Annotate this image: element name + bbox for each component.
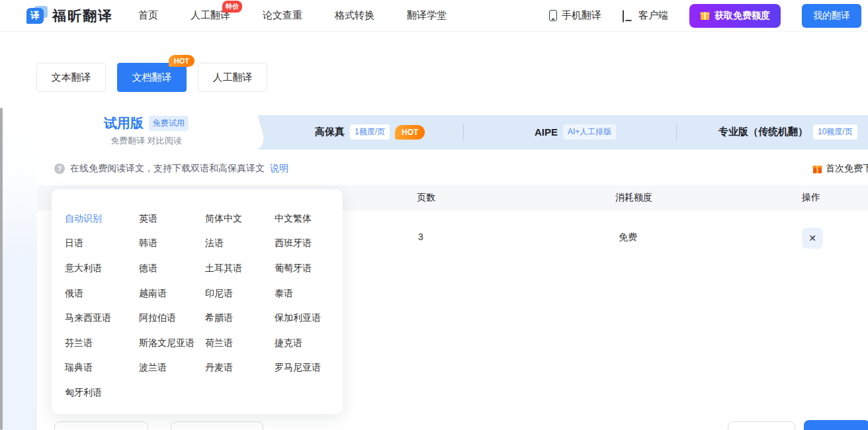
language-dropdown-panel: 自动识别 英语 简体中文 中文繁体 日语 韩语 法语 西班牙语 意大利语 德语 … bbox=[52, 189, 343, 414]
tab-human-translate[interactable]: 人工翻译 bbox=[198, 63, 267, 92]
hot-badge: HOT bbox=[395, 125, 425, 140]
nav-item-human-translate[interactable]: 人工翻译 特价 bbox=[191, 9, 230, 22]
language-option[interactable]: 马来西亚语 bbox=[65, 312, 139, 324]
gift-icon bbox=[812, 164, 822, 174]
nav-actions: 手机翻译 客户端 获取免费额度 我的翻译 bbox=[549, 4, 863, 28]
language-option[interactable]: 罗马尼亚语 bbox=[275, 362, 321, 374]
target-language-select[interactable] bbox=[171, 421, 263, 430]
language-row: 意大利语 德语 土耳其语 葡萄牙语 bbox=[65, 256, 343, 281]
language-option[interactable]: 法语 bbox=[205, 237, 275, 249]
cell-quota: 免费 bbox=[619, 232, 637, 243]
language-option[interactable]: 捷克语 bbox=[275, 337, 302, 349]
info-bar: ? 在线免费阅读译文，支持下载双语和高保真译文 说明 bbox=[54, 163, 288, 175]
mode-tabs: 文本翻译 文档翻译 HOT 人工翻译 bbox=[36, 63, 267, 92]
tab-document-translate[interactable]: 文档翻译 HOT bbox=[117, 63, 187, 92]
plan-hifi-title: 高保真 bbox=[315, 126, 345, 138]
info-explain-link[interactable]: 说明 bbox=[270, 163, 288, 175]
main-menu: 首页 人工翻译 特价 论文查重 格式转换 翻译学堂 bbox=[138, 9, 447, 22]
language-option[interactable]: 斯洛文尼亚语 bbox=[139, 337, 205, 349]
plan-trial-subtitle: 免费翻译 对比阅读 bbox=[37, 135, 255, 147]
plan-tab-hifi[interactable]: 高保真 1额度/页 HOT bbox=[315, 124, 425, 140]
language-option[interactable]: 匈牙利语 bbox=[65, 387, 139, 399]
left-scrollbar[interactable] bbox=[0, 108, 3, 430]
language-option[interactable]: 希腊语 bbox=[205, 312, 275, 324]
special-price-badge: 特价 bbox=[222, 1, 242, 13]
plan-pro-title: 专业版（传统机翻） bbox=[718, 126, 808, 138]
language-option[interactable]: 越南语 bbox=[139, 288, 205, 300]
remove-file-button[interactable]: ✕ bbox=[802, 228, 823, 249]
language-option[interactable]: 阿拉伯语 bbox=[139, 312, 205, 324]
column-header-action: 操作 bbox=[802, 192, 820, 204]
plan-trial-title: 试用版 bbox=[104, 114, 144, 132]
plan-tab-pro[interactable]: 专业版（传统机翻） 10额度/页 bbox=[718, 124, 857, 140]
language-option[interactable]: 葡萄牙语 bbox=[275, 263, 312, 275]
nav-item-format-convert[interactable]: 格式转换 bbox=[335, 9, 374, 22]
language-option[interactable]: 韩语 bbox=[139, 237, 205, 249]
plan-divider bbox=[676, 124, 677, 141]
help-icon[interactable]: ? bbox=[54, 163, 65, 174]
plan-aipe-title: AIPE bbox=[535, 126, 558, 138]
language-option[interactable]: 丹麦语 bbox=[205, 362, 275, 374]
language-option[interactable]: 日语 bbox=[65, 237, 139, 249]
plan-aipe-badge: AI+人工排版 bbox=[563, 124, 616, 140]
top-nav: 译 福昕翻译 首页 人工翻译 特价 论文查重 格式转换 翻译学堂 手机翻译 客户… bbox=[0, 0, 868, 32]
phone-icon bbox=[549, 10, 557, 21]
language-option[interactable]: 芬兰语 bbox=[65, 337, 139, 349]
language-option[interactable]: 英语 bbox=[139, 213, 205, 225]
language-option[interactable]: 西班牙语 bbox=[275, 237, 312, 249]
source-language-select[interactable] bbox=[54, 421, 148, 430]
hot-badge: HOT bbox=[169, 55, 195, 67]
translate-page: 译 福昕翻译 首页 人工翻译 特价 论文查重 格式转换 翻译学堂 手机翻译 客户… bbox=[0, 0, 868, 430]
page-left-gutter bbox=[3, 110, 37, 430]
desktop-client-link[interactable]: 客户端 bbox=[623, 9, 668, 22]
language-option[interactable]: 俄语 bbox=[65, 288, 139, 300]
language-option[interactable]: 保加利亚语 bbox=[275, 312, 321, 324]
info-text: 在线免费阅读译文，支持下载双语和高保真译文 bbox=[70, 163, 265, 175]
language-row: 芬兰语 斯洛文尼亚语 荷兰语 捷克语 bbox=[65, 331, 343, 356]
language-option[interactable]: 泰语 bbox=[275, 288, 293, 300]
language-option[interactable]: 波兰语 bbox=[139, 362, 205, 374]
language-option[interactable]: 中文繁体 bbox=[275, 213, 312, 225]
column-header-pages: 页数 bbox=[417, 192, 435, 204]
close-icon: ✕ bbox=[808, 233, 816, 243]
language-option[interactable]: 印尼语 bbox=[205, 288, 275, 300]
column-header-quota: 消耗额度 bbox=[615, 192, 652, 204]
plan-divider bbox=[463, 124, 464, 141]
language-row: 瑞典语 波兰语 丹麦语 罗马尼亚语 bbox=[65, 356, 343, 381]
plan-hifi-price-badge: 1额度/页 bbox=[350, 124, 390, 140]
first-free-download-promo[interactable]: 首次免费下 bbox=[812, 163, 868, 175]
nav-item-home[interactable]: 首页 bbox=[138, 9, 158, 22]
brand-logo-icon: 译 bbox=[26, 6, 46, 26]
nav-item-paper-check[interactable]: 论文查重 bbox=[263, 9, 302, 22]
get-free-quota-button[interactable]: 获取免费额度 bbox=[689, 4, 781, 28]
language-option[interactable]: 荷兰语 bbox=[205, 337, 275, 349]
language-row: 俄语 越南语 印尼语 泰语 bbox=[65, 281, 343, 306]
language-row: 马来西亚语 阿拉伯语 希腊语 保加利亚语 bbox=[65, 306, 343, 331]
language-option[interactable]: 德语 bbox=[139, 263, 205, 275]
language-option[interactable]: 瑞典语 bbox=[65, 362, 139, 374]
mobile-translate-link[interactable]: 手机翻译 bbox=[549, 9, 601, 22]
monitor-icon bbox=[623, 11, 634, 21]
plan-trial-header[interactable]: 试用版 免费试用 免费翻译 对比阅读 bbox=[37, 114, 255, 147]
secondary-action-button[interactable] bbox=[728, 421, 795, 430]
language-row: 匈牙利语 bbox=[65, 380, 343, 406]
gift-icon bbox=[700, 11, 710, 21]
translate-button[interactable] bbox=[804, 420, 868, 430]
my-translations-button[interactable]: 我的翻译 bbox=[802, 4, 861, 28]
language-option[interactable]: 土耳其语 bbox=[205, 263, 275, 275]
language-option[interactable]: 意大利语 bbox=[65, 263, 139, 275]
cell-pages: 3 bbox=[418, 232, 423, 242]
brand-name: 福昕翻译 bbox=[52, 7, 113, 25]
language-option[interactable]: 简体中文 bbox=[205, 213, 275, 225]
brand-logo[interactable]: 译 福昕翻译 bbox=[26, 6, 113, 26]
plan-trial-badge: 免费试用 bbox=[149, 116, 189, 131]
language-row: 日语 韩语 法语 西班牙语 bbox=[65, 232, 343, 257]
language-option-auto[interactable]: 自动识别 bbox=[65, 213, 139, 225]
language-row: 自动识别 英语 简体中文 中文繁体 bbox=[65, 206, 343, 232]
nav-item-academy[interactable]: 翻译学堂 bbox=[407, 9, 447, 22]
tab-text-translate[interactable]: 文本翻译 bbox=[36, 63, 106, 92]
plan-tab-aipe[interactable]: AIPE AI+人工排版 bbox=[535, 124, 616, 140]
plan-pro-price-badge: 10额度/页 bbox=[813, 124, 857, 140]
